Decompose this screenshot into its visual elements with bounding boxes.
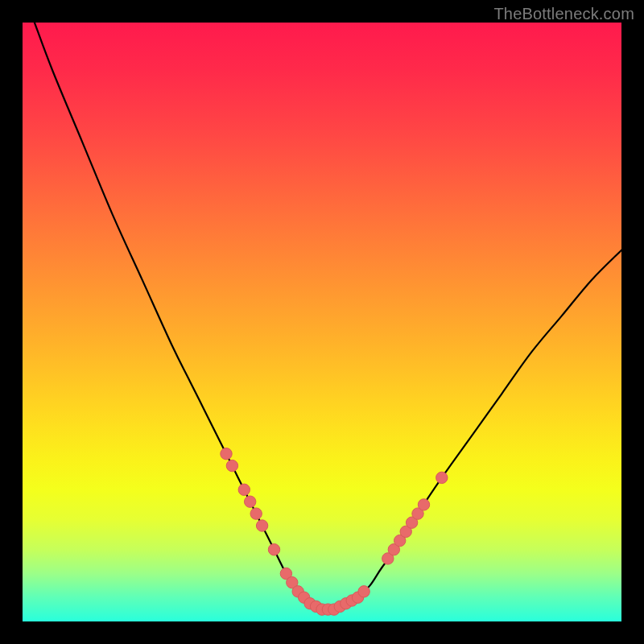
highlight-dot xyxy=(268,544,279,555)
highlight-dot xyxy=(358,586,369,597)
highlight-dot xyxy=(221,448,232,460)
chart-svg xyxy=(23,23,621,621)
highlight-dot xyxy=(238,484,250,495)
bottleneck-curve xyxy=(35,23,621,610)
highlight-dot xyxy=(245,496,256,507)
watermark-text: TheBottleneck.com xyxy=(493,5,634,23)
highlight-dot xyxy=(418,499,429,510)
highlight-dot xyxy=(226,460,237,471)
highlight-dot xyxy=(250,508,262,519)
highlight-markers xyxy=(221,448,448,616)
outer-frame: TheBottleneck.com xyxy=(0,0,644,644)
highlight-dot xyxy=(436,472,448,483)
highlight-dot xyxy=(256,520,267,531)
plot-area xyxy=(23,23,621,621)
